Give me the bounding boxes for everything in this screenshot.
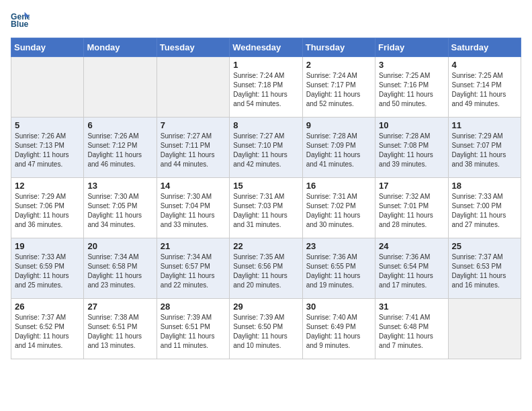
calendar-cell bbox=[84, 57, 157, 118]
day-number: 4 bbox=[452, 60, 517, 70]
column-header-monday: Monday bbox=[84, 38, 157, 57]
day-number: 11 bbox=[452, 120, 517, 130]
day-number: 19 bbox=[15, 241, 80, 251]
calendar-cell: 4Sunrise: 7:25 AM Sunset: 7:14 PM Daylig… bbox=[448, 57, 521, 118]
day-info: Sunrise: 7:30 AM Sunset: 7:05 PM Dayligh… bbox=[87, 192, 152, 230]
column-header-friday: Friday bbox=[375, 38, 448, 57]
day-number: 13 bbox=[87, 181, 152, 191]
day-info: Sunrise: 7:33 AM Sunset: 6:59 PM Dayligh… bbox=[15, 253, 80, 290]
day-info: Sunrise: 7:25 AM Sunset: 7:14 PM Dayligh… bbox=[452, 71, 517, 109]
day-number: 18 bbox=[452, 181, 517, 191]
day-info: Sunrise: 7:31 AM Sunset: 7:02 PM Dayligh… bbox=[306, 192, 371, 230]
day-info: Sunrise: 7:37 AM Sunset: 6:53 PM Dayligh… bbox=[452, 253, 517, 290]
calendar-cell: 25Sunrise: 7:37 AM Sunset: 6:53 PM Dayli… bbox=[448, 238, 521, 299]
day-info: Sunrise: 7:34 AM Sunset: 6:58 PM Dayligh… bbox=[87, 253, 152, 290]
day-info: Sunrise: 7:35 AM Sunset: 6:56 PM Dayligh… bbox=[233, 253, 298, 290]
day-number: 30 bbox=[306, 302, 371, 312]
day-info: Sunrise: 7:33 AM Sunset: 7:00 PM Dayligh… bbox=[452, 192, 517, 230]
day-info: Sunrise: 7:28 AM Sunset: 7:09 PM Dayligh… bbox=[306, 132, 371, 169]
day-number: 25 bbox=[452, 241, 517, 251]
calendar-cell: 18Sunrise: 7:33 AM Sunset: 7:00 PM Dayli… bbox=[448, 178, 521, 238]
day-info: Sunrise: 7:32 AM Sunset: 7:01 PM Dayligh… bbox=[379, 192, 444, 230]
day-number: 26 bbox=[15, 302, 80, 312]
day-info: Sunrise: 7:26 AM Sunset: 7:13 PM Dayligh… bbox=[15, 132, 80, 169]
day-info: Sunrise: 7:29 AM Sunset: 7:07 PM Dayligh… bbox=[452, 132, 517, 169]
logo: General Blue bbox=[11, 11, 32, 30]
day-info: Sunrise: 7:36 AM Sunset: 6:54 PM Dayligh… bbox=[379, 253, 444, 290]
svg-text:Blue: Blue bbox=[11, 19, 29, 29]
day-number: 15 bbox=[233, 181, 298, 191]
day-number: 10 bbox=[379, 120, 444, 130]
calendar-cell: 6Sunrise: 7:26 AM Sunset: 7:12 PM Daylig… bbox=[84, 118, 157, 178]
calendar-cell: 2Sunrise: 7:24 AM Sunset: 7:17 PM Daylig… bbox=[302, 57, 375, 118]
day-info: Sunrise: 7:29 AM Sunset: 7:06 PM Dayligh… bbox=[15, 192, 80, 230]
column-header-tuesday: Tuesday bbox=[157, 38, 229, 57]
calendar-week-row: 26Sunrise: 7:37 AM Sunset: 6:52 PM Dayli… bbox=[11, 299, 521, 359]
logo-icon: General Blue bbox=[11, 11, 30, 30]
day-number: 5 bbox=[15, 120, 80, 130]
day-number: 1 bbox=[233, 60, 298, 70]
calendar-cell: 5Sunrise: 7:26 AM Sunset: 7:13 PM Daylig… bbox=[11, 118, 84, 178]
day-number: 3 bbox=[379, 60, 444, 70]
calendar-header-row: SundayMondayTuesdayWednesdayThursdayFrid… bbox=[11, 38, 521, 57]
calendar-cell: 26Sunrise: 7:37 AM Sunset: 6:52 PM Dayli… bbox=[11, 299, 84, 359]
calendar-cell: 24Sunrise: 7:36 AM Sunset: 6:54 PM Dayli… bbox=[375, 238, 448, 299]
column-header-thursday: Thursday bbox=[302, 38, 375, 57]
day-info: Sunrise: 7:26 AM Sunset: 7:12 PM Dayligh… bbox=[87, 132, 152, 169]
day-number: 16 bbox=[306, 181, 371, 191]
calendar-cell: 13Sunrise: 7:30 AM Sunset: 7:05 PM Dayli… bbox=[84, 178, 157, 238]
calendar-cell: 9Sunrise: 7:28 AM Sunset: 7:09 PM Daylig… bbox=[302, 118, 375, 178]
day-number: 14 bbox=[161, 181, 226, 191]
calendar-cell: 22Sunrise: 7:35 AM Sunset: 6:56 PM Dayli… bbox=[230, 238, 302, 299]
day-number: 9 bbox=[306, 120, 371, 130]
day-number: 22 bbox=[233, 241, 298, 251]
day-number: 29 bbox=[233, 302, 298, 312]
day-info: Sunrise: 7:40 AM Sunset: 6:49 PM Dayligh… bbox=[306, 313, 371, 351]
calendar-cell: 23Sunrise: 7:36 AM Sunset: 6:55 PM Dayli… bbox=[302, 238, 375, 299]
day-number: 23 bbox=[306, 241, 371, 251]
calendar-week-row: 5Sunrise: 7:26 AM Sunset: 7:13 PM Daylig… bbox=[11, 118, 521, 178]
calendar-cell: 16Sunrise: 7:31 AM Sunset: 7:02 PM Dayli… bbox=[302, 178, 375, 238]
day-info: Sunrise: 7:24 AM Sunset: 7:17 PM Dayligh… bbox=[306, 71, 371, 109]
calendar-cell: 15Sunrise: 7:31 AM Sunset: 7:03 PM Dayli… bbox=[230, 178, 302, 238]
column-header-sunday: Sunday bbox=[11, 38, 84, 57]
day-number: 8 bbox=[233, 120, 298, 130]
column-header-wednesday: Wednesday bbox=[230, 38, 302, 57]
calendar-cell: 7Sunrise: 7:27 AM Sunset: 7:11 PM Daylig… bbox=[157, 118, 229, 178]
day-number: 2 bbox=[306, 60, 371, 70]
day-info: Sunrise: 7:38 AM Sunset: 6:51 PM Dayligh… bbox=[87, 313, 152, 351]
calendar-cell: 17Sunrise: 7:32 AM Sunset: 7:01 PM Dayli… bbox=[375, 178, 448, 238]
calendar-cell: 27Sunrise: 7:38 AM Sunset: 6:51 PM Dayli… bbox=[84, 299, 157, 359]
calendar-cell: 29Sunrise: 7:39 AM Sunset: 6:50 PM Dayli… bbox=[230, 299, 302, 359]
calendar-cell: 12Sunrise: 7:29 AM Sunset: 7:06 PM Dayli… bbox=[11, 178, 84, 238]
calendar-cell: 1Sunrise: 7:24 AM Sunset: 7:18 PM Daylig… bbox=[230, 57, 302, 118]
day-number: 24 bbox=[379, 241, 444, 251]
day-info: Sunrise: 7:39 AM Sunset: 6:51 PM Dayligh… bbox=[161, 313, 226, 351]
day-info: Sunrise: 7:27 AM Sunset: 7:10 PM Dayligh… bbox=[233, 132, 298, 169]
calendar-cell: 30Sunrise: 7:40 AM Sunset: 6:49 PM Dayli… bbox=[302, 299, 375, 359]
calendar-week-row: 19Sunrise: 7:33 AM Sunset: 6:59 PM Dayli… bbox=[11, 238, 521, 299]
calendar-cell: 20Sunrise: 7:34 AM Sunset: 6:58 PM Dayli… bbox=[84, 238, 157, 299]
day-info: Sunrise: 7:37 AM Sunset: 6:52 PM Dayligh… bbox=[15, 313, 80, 351]
column-header-saturday: Saturday bbox=[448, 38, 521, 57]
day-number: 17 bbox=[379, 181, 444, 191]
day-info: Sunrise: 7:34 AM Sunset: 6:57 PM Dayligh… bbox=[161, 253, 226, 290]
calendar-cell bbox=[448, 299, 521, 359]
calendar-cell: 10Sunrise: 7:28 AM Sunset: 7:08 PM Dayli… bbox=[375, 118, 448, 178]
calendar-cell: 11Sunrise: 7:29 AM Sunset: 7:07 PM Dayli… bbox=[448, 118, 521, 178]
calendar-cell bbox=[157, 57, 229, 118]
day-number: 27 bbox=[87, 302, 152, 312]
day-info: Sunrise: 7:25 AM Sunset: 7:16 PM Dayligh… bbox=[379, 71, 444, 109]
day-info: Sunrise: 7:27 AM Sunset: 7:11 PM Dayligh… bbox=[161, 132, 226, 169]
day-info: Sunrise: 7:39 AM Sunset: 6:50 PM Dayligh… bbox=[233, 313, 298, 351]
day-info: Sunrise: 7:31 AM Sunset: 7:03 PM Dayligh… bbox=[233, 192, 298, 230]
calendar-week-row: 1Sunrise: 7:24 AM Sunset: 7:18 PM Daylig… bbox=[11, 57, 521, 118]
day-number: 21 bbox=[161, 241, 226, 251]
page-header: General Blue bbox=[11, 11, 521, 30]
day-number: 28 bbox=[161, 302, 226, 312]
day-number: 12 bbox=[15, 181, 80, 191]
calendar-cell: 14Sunrise: 7:30 AM Sunset: 7:04 PM Dayli… bbox=[157, 178, 229, 238]
day-info: Sunrise: 7:28 AM Sunset: 7:08 PM Dayligh… bbox=[379, 132, 444, 169]
day-number: 6 bbox=[87, 120, 152, 130]
calendar-table: SundayMondayTuesdayWednesdayThursdayFrid… bbox=[11, 38, 521, 359]
